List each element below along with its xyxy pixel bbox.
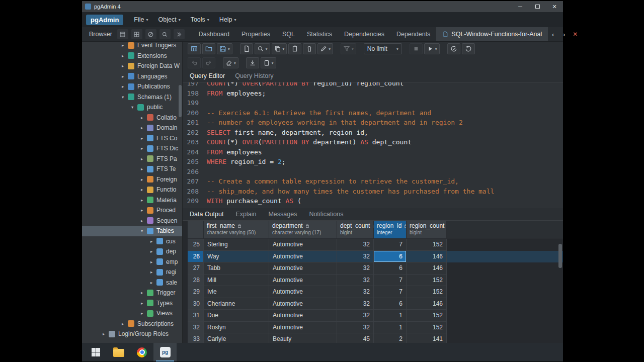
tree-item-functio[interactable]: ▸Functio: [82, 185, 182, 195]
row-number[interactable]: 27: [188, 262, 204, 275]
chevron-right-icon[interactable]: ▸: [141, 146, 147, 151]
cell-first-name[interactable]: Tabb: [204, 262, 269, 275]
cell-department[interactable]: Beauty: [269, 333, 337, 343]
tab-browser[interactable]: Browser: [82, 27, 117, 41]
cell-region-id[interactable]: 6: [374, 251, 407, 263]
column-header-department[interactable]: departmentcharacter varying (17): [269, 221, 337, 239]
column-header-first-name[interactable]: first_namecharacter varying (50): [204, 221, 269, 239]
tree-item-emp[interactable]: ▸emp: [82, 257, 182, 267]
undo-button[interactable]: [188, 57, 201, 68]
cell-department[interactable]: Automotive: [269, 275, 337, 287]
chevron-right-icon[interactable]: ▸: [141, 136, 147, 141]
row-number[interactable]: 31: [188, 310, 204, 322]
chrome-button[interactable]: [130, 343, 153, 361]
row-number[interactable]: 25: [188, 239, 204, 251]
cell-region-id[interactable]: 6: [374, 298, 407, 310]
cell-region-count[interactable]: 146: [407, 298, 447, 310]
cell-dept-count[interactable]: 32: [337, 298, 374, 310]
find-button[interactable]: ▾: [255, 43, 270, 54]
cell-region-count[interactable]: 152: [407, 310, 447, 322]
tree-item-dep[interactable]: ▸dep: [82, 246, 182, 257]
filter-button[interactable]: ▾: [341, 43, 356, 54]
sql-code[interactable]: COUNT(*) OVER(PARTITION BY region_id) re…: [204, 82, 563, 208]
grid-scrollbar-thumb[interactable]: [558, 244, 562, 268]
menu-object[interactable]: Object▾: [154, 14, 185, 25]
cell-department[interactable]: Automotive: [269, 251, 337, 263]
cell-dept-count[interactable]: 32: [337, 251, 374, 263]
delete-button[interactable]: [303, 43, 316, 54]
scroll-tabs-left-icon[interactable]: ‹: [548, 29, 558, 39]
search-button[interactable]: [159, 29, 171, 39]
tree-item-event-triggers[interactable]: ▸Event Triggers: [82, 42, 182, 51]
chevron-right-icon[interactable]: ▸: [122, 43, 128, 48]
cell-region-id[interactable]: 2: [374, 333, 407, 343]
tree-item-public[interactable]: ▾public: [82, 102, 182, 113]
cell-dept-count[interactable]: 32: [337, 262, 374, 275]
chevron-right-icon[interactable]: ▸: [141, 198, 147, 203]
tab-properties[interactable]: Properties: [235, 27, 276, 41]
stop-button[interactable]: [410, 43, 423, 54]
chevron-right-icon[interactable]: ▸: [141, 166, 147, 171]
cell-department[interactable]: Automotive: [269, 310, 337, 322]
tab-query-history[interactable]: Query History: [235, 72, 273, 79]
no-filter-button[interactable]: [145, 29, 156, 39]
cell-dept-count[interactable]: 45: [337, 333, 374, 343]
cell-department[interactable]: Automotive: [269, 322, 337, 334]
file-explorer-button[interactable]: [107, 343, 130, 361]
cell-region-id[interactable]: 1: [374, 322, 407, 334]
chevron-right-icon[interactable]: ▸: [103, 331, 109, 336]
cell-region-count[interactable]: 152: [407, 286, 447, 298]
cell-region-count[interactable]: 152: [407, 239, 447, 251]
tab-sql[interactable]: SQL: [276, 27, 301, 41]
chevron-right-icon[interactable]: ▸: [141, 290, 147, 295]
paste-button[interactable]: [288, 43, 301, 54]
cell-dept-count[interactable]: 32: [337, 239, 374, 251]
tree-item-languages[interactable]: ▸Languages: [82, 71, 182, 82]
save-file-button[interactable]: ▾: [217, 43, 232, 54]
tree-item-sale[interactable]: ▸sale: [82, 278, 182, 288]
commit-button[interactable]: [447, 43, 460, 54]
tree-item-regi[interactable]: ▸regi: [82, 267, 182, 278]
tree-item-domain[interactable]: ▸Domain: [82, 123, 182, 133]
rollback-button[interactable]: [462, 43, 475, 54]
chevron-right-icon[interactable]: ▸: [122, 63, 128, 68]
row-number[interactable]: 29: [188, 286, 204, 298]
row-number[interactable]: 33: [188, 333, 204, 343]
table-view-button[interactable]: [131, 29, 142, 39]
cell-first-name[interactable]: Mill: [204, 275, 269, 287]
pgadmin-taskbar-button[interactable]: pg: [153, 343, 177, 361]
clear-button[interactable]: ▾: [223, 57, 238, 68]
tree-item-tables[interactable]: ▾Tables: [82, 226, 182, 236]
chevron-right-icon[interactable]: ▸: [141, 311, 147, 316]
cell-region-id[interactable]: 7: [374, 286, 407, 298]
cell-region-id[interactable]: 6: [374, 262, 407, 275]
cell-dept-count[interactable]: 32: [337, 322, 374, 334]
tree-item-foreign-data-w[interactable]: ▸Foreign Data W: [82, 61, 182, 71]
open-file-button[interactable]: [202, 43, 215, 54]
minimize-button[interactable]: ─: [512, 1, 529, 12]
chevron-down-icon[interactable]: ▾: [141, 228, 147, 233]
cell-department[interactable]: Automotive: [269, 262, 337, 275]
chevron-right-icon[interactable]: ▸: [150, 259, 156, 264]
tab-query-editor[interactable]: Query Editor: [190, 72, 225, 79]
row-number[interactable]: 26: [188, 251, 204, 263]
download-button[interactable]: [246, 57, 259, 68]
close-button[interactable]: ✕: [546, 1, 563, 12]
cell-first-name[interactable]: Way: [204, 251, 269, 263]
tab-explain[interactable]: Explain: [235, 211, 256, 218]
collapse-panel-button[interactable]: [174, 29, 185, 39]
tree-item-fts-te[interactable]: ▸FTS Te: [82, 164, 182, 174]
cell-first-name[interactable]: Roslyn: [204, 322, 269, 334]
column-header-region-id[interactable]: region_idinteger: [374, 221, 407, 239]
tree-item-collatio[interactable]: ▸Collatio: [82, 113, 182, 123]
menu-help[interactable]: Help▾: [215, 14, 241, 25]
chevron-right-icon[interactable]: ▸: [122, 84, 128, 89]
cell-dept-count[interactable]: 32: [337, 275, 374, 287]
tree-item-types[interactable]: ▸Types: [82, 298, 182, 309]
cell-region-count[interactable]: 146: [407, 251, 447, 263]
tab-messages[interactable]: Messages: [268, 211, 297, 218]
chevron-right-icon[interactable]: ▸: [122, 53, 128, 58]
chevron-down-icon[interactable]: ▾: [131, 105, 137, 110]
cell-region-count[interactable]: 152: [407, 275, 447, 287]
scroll-tabs-right-icon[interactable]: ›: [559, 29, 569, 39]
